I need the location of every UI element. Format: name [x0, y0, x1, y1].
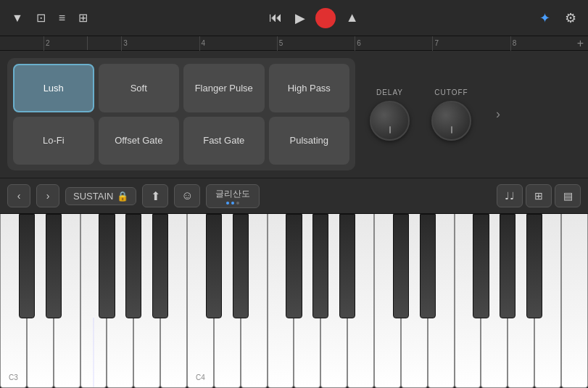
preset-grid: Lush Soft Flanger Pulse High Pass Lo-Fi … — [7, 58, 355, 170]
ruler-mark-5: 5 — [277, 36, 355, 51]
mixer-icon: ⊞ — [78, 11, 88, 25]
ruler-marks: 2 3 4 5 6 7 8 — [44, 36, 588, 51]
view-toggle-button[interactable]: ⊡ — [32, 8, 50, 28]
black-key-19[interactable] — [526, 214, 542, 318]
c3-label: C3 — [9, 373, 18, 381]
preset-soft-label: Soft — [131, 83, 147, 94]
note-view-button[interactable]: ♩♩ — [497, 184, 523, 207]
ruler: 2 3 4 5 6 7 8 + — [0, 36, 588, 51]
expand-controls-button[interactable]: › — [493, 104, 503, 125]
lock-icon: 🔒 — [117, 191, 128, 202]
black-key-14[interactable] — [393, 214, 409, 318]
black-key-0[interactable] — [19, 214, 35, 318]
add-track-button[interactable]: + — [577, 37, 584, 50]
settings-button[interactable]: ⚙ — [560, 7, 581, 29]
preset-high-pass[interactable]: High Pass — [269, 64, 350, 112]
delay-knob[interactable] — [370, 101, 410, 141]
arp-button[interactable]: ⬆ — [142, 184, 168, 207]
transport-controls: ⏮ ▶ ▲ — [266, 7, 362, 29]
emoji-icon: ☺ — [181, 189, 193, 202]
mixer-button[interactable]: ⊞ — [74, 8, 92, 28]
delay-knob-group: DELAY — [370, 88, 410, 141]
c4-label: C4 — [196, 373, 205, 381]
list-view-button-right[interactable]: ▤ — [555, 184, 581, 207]
touch-indicator — [93, 318, 94, 387]
next-button[interactable]: › — [36, 184, 59, 207]
main-area: Lush Soft Flanger Pulse High Pass Lo-Fi … — [0, 51, 588, 388]
bottom-controls-bar: ‹ › SUSTAIN 🔒 ⬆ ☺ 글리산도 ♩♩ — [0, 178, 588, 214]
toolbar: ▼ ⊡ ≡ ⊞ ⏮ ▶ ▲ ✦ ⚙ — [0, 0, 588, 36]
ruler-mark-2: 2 — [44, 36, 121, 51]
black-key-18[interactable] — [500, 214, 515, 318]
right-control-group: ♩♩ ⊞ ▤ — [497, 184, 581, 207]
preset-high-pass-label: High Pass — [288, 83, 331, 94]
black-key-5[interactable] — [152, 214, 168, 318]
rewind-button[interactable]: ⏮ — [266, 7, 285, 28]
preset-soft[interactable]: Soft — [99, 64, 180, 112]
active-feature-icon: ✦ — [539, 11, 550, 25]
preset-flanger-pulse-label: Flanger Pulse — [195, 83, 253, 94]
prev-icon: ‹ — [17, 190, 21, 202]
white-key-c6[interactable] — [561, 214, 588, 388]
toolbar-right-controls: ✦ ⚙ — [535, 7, 581, 29]
list-view-icon-right: ▤ — [563, 190, 573, 202]
rewind-icon: ⏮ — [269, 10, 282, 25]
list-view-icon: ≡ — [59, 12, 65, 25]
black-key-8[interactable] — [233, 214, 249, 318]
settings-icon: ⚙ — [565, 11, 576, 25]
view-toggle-icon: ⊡ — [36, 11, 46, 25]
preset-lo-fi-label: Lo-Fi — [43, 135, 65, 146]
ruler-mark-7: 7 — [432, 36, 510, 51]
note-view-icon: ♩♩ — [505, 190, 515, 202]
piano-container: C3 C4 — [0, 214, 588, 388]
ruler-mark-4: 4 — [199, 36, 277, 51]
arp-icon: ⬆ — [151, 189, 160, 203]
dot-2 — [231, 202, 234, 205]
knobs-area: DELAY CUTOFF › — [363, 51, 588, 178]
active-feature-button[interactable]: ✦ — [535, 7, 555, 29]
dropdown-button[interactable]: ▼ — [7, 9, 28, 28]
black-key-11[interactable] — [312, 214, 328, 318]
preset-pulsating[interactable]: Pulsating — [269, 117, 350, 165]
record-button[interactable] — [315, 8, 336, 28]
emoji-button[interactable]: ☺ — [174, 184, 200, 207]
cutoff-label: CUTOFF — [434, 88, 468, 96]
preset-lush[interactable]: Lush — [13, 64, 94, 112]
ruler-mark-6: 6 — [355, 36, 432, 51]
play-icon: ▶ — [295, 11, 305, 25]
metronome-button[interactable]: ▲ — [343, 7, 362, 28]
cutoff-knob[interactable] — [431, 101, 471, 141]
black-key-1[interactable] — [46, 214, 62, 318]
glissando-button[interactable]: 글리산도 — [206, 184, 260, 208]
dropdown-icon: ▼ — [12, 12, 23, 25]
sustain-button[interactable]: SUSTAIN 🔒 — [65, 187, 136, 205]
dot-3 — [236, 202, 239, 205]
black-key-10[interactable] — [286, 214, 302, 318]
list-view-button[interactable]: ≡ — [54, 9, 70, 28]
black-key-12[interactable] — [339, 214, 355, 318]
black-key-4[interactable] — [125, 214, 141, 318]
glissando-dots — [226, 202, 239, 205]
black-key-7[interactable] — [206, 214, 222, 318]
black-key-17[interactable] — [473, 214, 489, 318]
preset-flanger-pulse[interactable]: Flanger Pulse — [183, 64, 265, 112]
preset-lush-label: Lush — [44, 83, 64, 94]
preset-fast-gate[interactable]: Fast Gate — [183, 117, 265, 165]
prev-button[interactable]: ‹ — [7, 184, 30, 207]
black-key-3[interactable] — [99, 214, 115, 318]
preset-lo-fi[interactable]: Lo-Fi — [13, 117, 94, 165]
preset-pulsating-label: Pulsating — [290, 135, 328, 146]
next-icon: › — [46, 190, 50, 202]
black-key-15[interactable] — [420, 214, 436, 318]
preset-offset-gate[interactable]: Offset Gate — [99, 117, 180, 165]
glissando-label: 글리산도 — [215, 188, 250, 200]
ruler-mark-3: 3 — [121, 36, 199, 51]
pattern-view-icon: ⊞ — [534, 190, 543, 202]
delay-label: DELAY — [376, 88, 403, 96]
cutoff-knob-group: CUTOFF — [431, 88, 471, 141]
metronome-icon: ▲ — [346, 10, 359, 25]
play-button[interactable]: ▶ — [292, 7, 308, 29]
preset-grid-container: Lush Soft Flanger Pulse High Pass Lo-Fi … — [0, 51, 363, 178]
pattern-view-button[interactable]: ⊞ — [526, 184, 552, 207]
dot-1 — [226, 202, 229, 205]
